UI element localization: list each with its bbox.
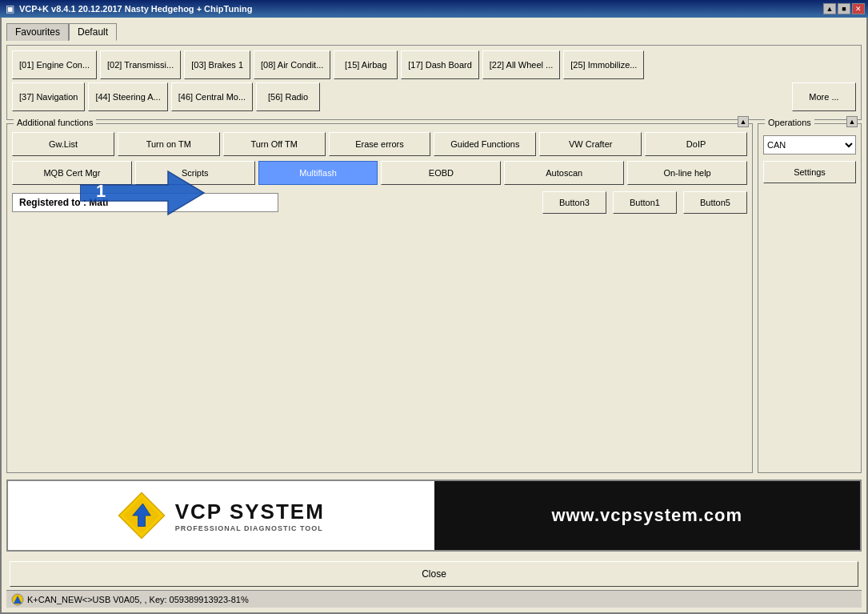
module-button-row-1: [01] Engine Con... [02] Transmissi... [0… (12, 50, 856, 79)
title-bar: ▣ VCP+K v8.4.1 20.12.2017 Nasty Hedgehog… (0, 0, 868, 18)
additional-functions-row: Additional functions ▲ Gw.List Turn on T… (6, 123, 862, 473)
app-icon: ▣ (3, 2, 16, 15)
tab-default[interactable]: Default (69, 23, 117, 41)
tabs-container: Favourites Default [01] Engine Con... [0… (6, 22, 862, 120)
func-btn-rows: Gw.List Turn on TM Turn Off TM Erase err… (12, 132, 747, 214)
more-button[interactable]: More ... (792, 82, 856, 111)
restore-button[interactable]: ■ (838, 3, 850, 14)
module-button-row-2: [37] Navigation [44] Steering A... [46] … (12, 82, 856, 111)
minimize-button[interactable]: ▲ (823, 3, 836, 14)
window-controls: ▲ ■ ✕ (823, 3, 865, 14)
button3[interactable]: Button3 (542, 191, 606, 214)
tabs-content: [01] Engine Con... [02] Transmissi... [0… (6, 45, 862, 120)
vcp-system-name: VCP SYSTEM (175, 500, 325, 524)
module-btn-17[interactable]: [17] Dash Board (401, 50, 479, 79)
mqb-cert-mgr-button[interactable]: MQB Cert Mgr (12, 161, 132, 185)
module-btn-56[interactable]: [56] Radio (256, 82, 320, 111)
button1[interactable]: Button1 (613, 191, 677, 214)
can-dropdown[interactable]: CAN K-Line L-Line (763, 135, 856, 155)
close-button[interactable]: Close (10, 561, 858, 587)
module-btn-15[interactable]: [15] Airbag (334, 50, 398, 79)
online-help-button[interactable]: On-line help (627, 161, 747, 185)
status-bar: K+CAN_NEW<>USB V0A05, , Key: 05938991392… (6, 590, 862, 608)
scripts-button[interactable]: Scripts (135, 161, 255, 185)
banner-website: www.vcpsystem.com (551, 505, 742, 526)
tab-favourites[interactable]: Favourites (6, 23, 69, 41)
vcp-sub-text: PROFESSIONAL DIAGNOSTIC TOOL (175, 524, 323, 532)
tab-row: Favourites Default (6, 22, 862, 40)
multiflash-button[interactable]: Multiflash (258, 161, 378, 185)
vw-crafter-button[interactable]: VW Crafter (539, 132, 642, 156)
vcp-logo-text: VCP SYSTEM PROFESSIONAL DIAGNOSTIC TOOL (175, 500, 325, 532)
close-window-button[interactable]: ✕ (852, 3, 865, 14)
status-text: K+CAN_NEW<>USB V0A05, , Key: 05938991392… (27, 595, 249, 604)
banner-left: VCP SYSTEM PROFESSIONAL DIAGNOSTIC TOOL (8, 481, 434, 550)
operations-label: Operations (765, 118, 814, 127)
window-title: VCP+K v8.4.1 20.12.2017 Nasty Hedgehog +… (19, 4, 252, 14)
close-btn-container: Close (6, 558, 862, 590)
func-btn-row-2: MQB Cert Mgr Scripts Multiflash EOBD Aut… (12, 161, 747, 185)
button5[interactable]: Button5 (683, 191, 747, 214)
turn-on-tm-button[interactable]: Turn on TM (118, 132, 220, 156)
module-btn-22[interactable]: [22] All Wheel ... (482, 50, 560, 79)
module-btn-44[interactable]: [44] Steering A... (88, 82, 167, 111)
operations-collapse[interactable]: ▲ (846, 116, 858, 127)
vcp-diamond-logo (118, 492, 166, 540)
status-icon (11, 593, 24, 606)
registered-text: Registered to : Mati (19, 197, 108, 208)
additional-functions-collapse[interactable]: ▲ (738, 116, 749, 127)
gwlist-button[interactable]: Gw.List (12, 132, 114, 156)
autoscan-button[interactable]: Autoscan (504, 161, 624, 185)
module-btn-37[interactable]: [37] Navigation (12, 82, 85, 111)
operations-box: Operations ▲ CAN K-Line L-Line Settings (758, 123, 862, 473)
erase-errors-button[interactable]: Erase errors (329, 132, 431, 156)
banner-right: www.vcpsystem.com (434, 481, 861, 550)
turn-off-tm-button[interactable]: Turn Off TM (223, 132, 326, 156)
extra-buttons-row: Registered to : Mati Button3 Button1 But… (12, 191, 747, 214)
module-btn-25[interactable]: [25] Immobilize... (563, 50, 644, 79)
module-btn-02[interactable]: [02] Transmissi... (100, 50, 181, 79)
additional-functions-label: Additional functions (14, 118, 96, 127)
additional-functions-box: Additional functions ▲ Gw.List Turn on T… (6, 123, 753, 473)
module-btn-08[interactable]: [08] Air Condit... (254, 50, 330, 79)
vcp-banner: VCP SYSTEM PROFESSIONAL DIAGNOSTIC TOOL … (6, 480, 862, 552)
registered-box: Registered to : Mati (12, 193, 278, 212)
doip-button[interactable]: DoIP (645, 132, 747, 156)
module-btn-46[interactable]: [46] Central Mo... (171, 82, 253, 111)
func-btn-row-1: Gw.List Turn on TM Turn Off TM Erase err… (12, 132, 747, 156)
module-btn-03[interactable]: [03] Brakes 1 (184, 50, 250, 79)
module-btn-01[interactable]: [01] Engine Con... (12, 50, 97, 79)
guided-functions-button[interactable]: Guided Functions (434, 132, 536, 156)
settings-button[interactable]: Settings (763, 161, 856, 183)
main-window: Favourites Default [01] Engine Con... [0… (0, 18, 868, 614)
eobd-button[interactable]: EOBD (381, 161, 501, 185)
